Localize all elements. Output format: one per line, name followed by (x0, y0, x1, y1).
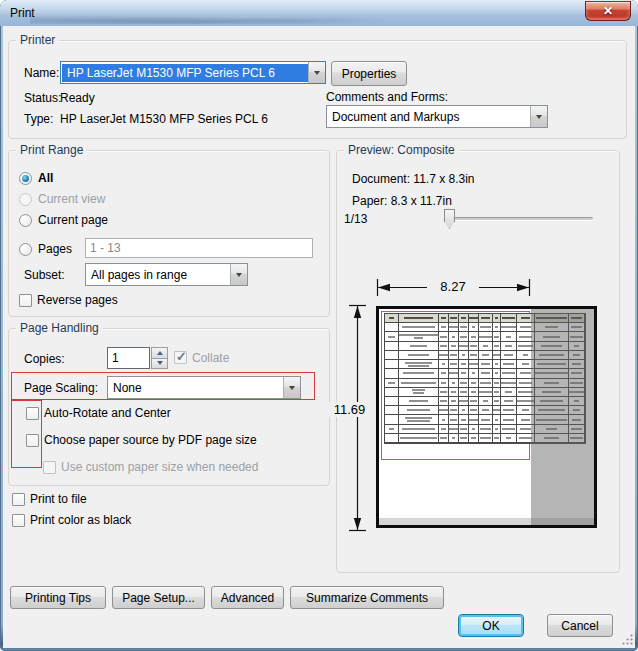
reverse-pages-label: Reverse pages (37, 293, 118, 307)
ok-button[interactable]: OK (458, 614, 524, 637)
stepper-down-button[interactable] (151, 359, 168, 370)
printer-name-label: Name: (24, 66, 59, 80)
printer-type-label: Type: (24, 112, 53, 126)
window-title: Print (10, 6, 35, 20)
radio-current-page[interactable] (19, 214, 32, 227)
reverse-pages-checkbox[interactable] (19, 294, 32, 307)
pages-range-value: 1 - 13 (90, 241, 121, 255)
comments-forms-select[interactable]: Document and Markups (326, 105, 548, 128)
copies-input[interactable]: 1 (107, 347, 150, 369)
comments-forms-dropdown-button[interactable] (530, 106, 547, 127)
page-scaling-annotation-rect (11, 372, 315, 400)
printer-status-label: Status: (24, 91, 61, 105)
printing-tips-button[interactable]: Printing Tips (10, 586, 106, 609)
comments-forms-label: Comments and Forms: (326, 90, 448, 104)
print-range-group: Print Range (8, 150, 330, 317)
comments-forms-value: Document and Markups (327, 107, 530, 127)
radio-current-view (19, 193, 32, 206)
custom-paper-label: Use custom paper size when needed (61, 460, 258, 474)
printer-name-value: HP LaserJet M1530 MFP Series PCL 6 (62, 64, 308, 82)
paper-width-dimension: 8.27 (427, 279, 479, 294)
chevron-up-icon (157, 348, 163, 355)
radio-pages-label: Pages (38, 242, 72, 256)
copies-label: Copies: (24, 352, 65, 366)
checkboxes-annotation-rect (11, 400, 42, 468)
printer-name-dropdown-button[interactable] (308, 62, 325, 83)
collate-checkbox (174, 351, 187, 364)
print-color-black-label: Print color as black (30, 513, 131, 527)
subset-label: Subset: (24, 268, 65, 282)
print-range-group-caption: Print Range (16, 143, 87, 157)
subset-value: All pages in range (86, 265, 230, 285)
chevron-down-icon (157, 361, 163, 368)
properties-button[interactable]: Properties (331, 61, 407, 86)
paper-source-label: Choose paper source by PDF page size (44, 433, 257, 447)
subset-dropdown-button[interactable] (230, 264, 247, 285)
pages-range-input[interactable]: 1 - 13 (85, 238, 313, 258)
printer-status-value: Ready (60, 91, 95, 105)
close-button[interactable]: ✕ (585, 1, 631, 21)
chevron-down-icon (314, 71, 320, 78)
print-dialog-window: Print ✕ Printer Name: HP LaserJet M1530 … (0, 0, 638, 651)
radio-all[interactable] (19, 172, 32, 185)
subset-select[interactable]: All pages in range (85, 263, 248, 286)
printer-name-select[interactable]: HP LaserJet M1530 MFP Series PCL 6 (60, 61, 326, 84)
summarize-comments-button[interactable]: Summarize Comments (290, 586, 444, 609)
copies-stepper (151, 347, 168, 369)
printer-group-caption: Printer (16, 33, 59, 47)
close-icon: ✕ (603, 4, 613, 18)
custom-paper-checkbox (43, 461, 56, 474)
advanced-button[interactable]: Advanced (211, 586, 284, 609)
page-handling-group-caption: Page Handling (16, 321, 103, 335)
chevron-down-icon (536, 115, 542, 122)
print-color-black-checkbox[interactable] (12, 514, 25, 527)
radio-current-view-label: Current view (38, 192, 105, 206)
printer-type-value: HP LaserJet M1530 MFP Series PCL 6 (60, 112, 268, 126)
resize-grip-icon[interactable] (621, 633, 634, 646)
radio-pages[interactable] (19, 243, 32, 256)
paper-height-dimension: 11.69 (328, 402, 371, 417)
collate-label: Collate (192, 351, 229, 365)
dimension-arrows (336, 150, 620, 573)
print-to-file-label: Print to file (30, 492, 87, 506)
copies-value: 1 (112, 351, 119, 365)
page-setup-button[interactable]: Page Setup... (112, 586, 205, 609)
titlebar[interactable]: Print (0, 0, 638, 26)
cancel-button[interactable]: Cancel (547, 614, 613, 637)
auto-rotate-label: Auto-Rotate and Center (44, 406, 171, 420)
stepper-up-button[interactable] (151, 347, 168, 359)
chevron-down-icon (236, 273, 242, 280)
radio-current-page-label: Current page (38, 213, 108, 227)
radio-all-label: All (38, 171, 53, 185)
print-to-file-checkbox[interactable] (12, 493, 25, 506)
